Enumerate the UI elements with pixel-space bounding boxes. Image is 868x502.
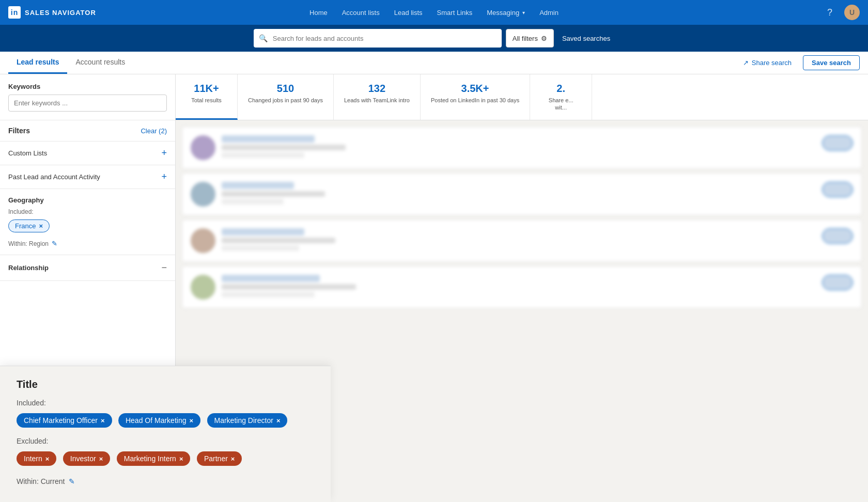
past-activity-expand-icon: +: [161, 171, 167, 182]
all-filters-label: All filters: [513, 35, 538, 42]
result-card: [182, 266, 862, 308]
custom-lists-expand-icon: +: [161, 148, 167, 159]
geography-title: Geography: [8, 196, 167, 204]
stat-shared[interactable]: 2. Share e...wit...: [530, 74, 592, 120]
stat-teamlink[interactable]: 132 Leads with TeamLink intro: [334, 74, 421, 120]
result-avatar: [191, 135, 215, 160]
nav-account-lists[interactable]: Account lists: [335, 0, 387, 25]
stat-changed-jobs-number: 510: [248, 83, 323, 95]
result-info: [222, 228, 816, 251]
filters-label: Filters: [8, 127, 30, 135]
tag-investor-remove[interactable]: ×: [99, 455, 103, 463]
within-current-label: Within: Current ✎: [17, 477, 314, 485]
stat-teamlink-label: Leads with TeamLink intro: [344, 97, 410, 104]
nav-admin[interactable]: Admin: [532, 0, 566, 25]
result-title: [222, 238, 335, 243]
stats-bar: 11K+ Total results 510 Changed jobs in p…: [176, 74, 868, 120]
result-title: [222, 191, 325, 197]
custom-lists-label: Custom Lists: [8, 149, 47, 157]
tab-lead-results[interactable]: Lead results: [8, 52, 67, 74]
stat-shared-number: 2.: [540, 83, 581, 95]
tab-account-results[interactable]: Account results: [67, 52, 133, 74]
result-card: [182, 173, 862, 215]
result-action-btn: [822, 182, 853, 197]
title-excluded-tags: Intern × Investor × Marketing Intern × P…: [17, 451, 314, 471]
sales-navigator-label: SALES NAVIGATOR: [25, 9, 96, 17]
result-info: [222, 182, 816, 205]
within-current-edit-icon[interactable]: ✎: [69, 477, 75, 485]
france-tag[interactable]: France ×: [8, 219, 50, 232]
share-icon: ↗: [743, 59, 749, 67]
tag-marketing-director[interactable]: Marketing Director ×: [207, 413, 288, 428]
france-tag-remove[interactable]: ×: [39, 222, 43, 230]
tag-head-of-marketing[interactable]: Head Of Marketing ×: [118, 413, 200, 428]
tag-marketing-director-remove[interactable]: ×: [276, 417, 281, 425]
nav-lead-lists[interactable]: Lead lists: [387, 0, 430, 25]
nav-links: Home Account lists Lead lists Smart Link…: [302, 0, 566, 25]
clear-filters-button[interactable]: Clear (2): [141, 127, 167, 135]
tag-marketing-intern[interactable]: Marketing Intern ×: [117, 451, 191, 466]
result-name: [222, 135, 315, 143]
tabs-left: Lead results Account results: [8, 52, 133, 74]
tag-chief-marketing-officer[interactable]: Chief Marketing Officer ×: [17, 413, 112, 428]
stat-changed-jobs[interactable]: 510 Changed jobs in past 90 days: [238, 74, 334, 120]
all-filters-button[interactable]: All filters ⚙: [506, 29, 554, 48]
tag-marketing-intern-remove[interactable]: ×: [179, 455, 183, 463]
result-name: [222, 228, 304, 236]
avatar[interactable]: U: [844, 5, 860, 20]
linkedin-icon: in: [8, 6, 21, 19]
stat-posted-label: Posted on LinkedIn in past 30 days: [431, 97, 519, 104]
result-title: [222, 284, 356, 290]
saved-searches-button[interactable]: Saved searches: [558, 29, 614, 48]
nav-right: ? U: [822, 4, 860, 21]
result-avatar: [191, 275, 215, 300]
messaging-dropdown-arrow: ▾: [522, 10, 525, 15]
search-input[interactable]: [273, 35, 502, 42]
stat-posted[interactable]: 3.5K+ Posted on LinkedIn in past 30 days: [421, 74, 530, 120]
result-info: [222, 135, 816, 158]
result-company: [222, 199, 284, 205]
stat-teamlink-number: 132: [344, 83, 410, 95]
keywords-input[interactable]: [8, 95, 167, 112]
search-container: 🔍: [254, 29, 502, 48]
title-included-label: Included:: [17, 399, 314, 407]
title-included-tags: Chief Marketing Officer × Head Of Market…: [17, 413, 314, 433]
results-tabs: Lead results Account results ↗ Share sea…: [0, 52, 868, 74]
result-action-btn: [822, 275, 853, 290]
save-search-button[interactable]: Save search: [803, 55, 860, 70]
title-excluded-label: Excluded:: [17, 437, 314, 445]
tag-chief-marketing-officer-remove[interactable]: ×: [101, 417, 105, 425]
tag-intern[interactable]: Intern ×: [17, 451, 56, 466]
help-button[interactable]: ?: [822, 4, 838, 21]
nav-home[interactable]: Home: [302, 0, 335, 25]
past-activity-label: Past Lead and Account Activity: [8, 173, 100, 181]
within-region-edit-icon[interactable]: ✎: [52, 240, 57, 247]
result-avatar: [191, 228, 215, 253]
relationship-section[interactable]: Relationship −: [0, 255, 175, 281]
title-section-panel: Title Included: Chief Marketing Officer …: [0, 366, 331, 502]
custom-lists-filter[interactable]: Custom Lists +: [0, 142, 175, 165]
relationship-label: Relationship: [8, 264, 49, 272]
logo-area[interactable]: in SALES NAVIGATOR: [8, 6, 96, 19]
share-search-button[interactable]: ↗ Share search: [738, 56, 797, 70]
relationship-collapse-icon: −: [161, 262, 167, 273]
tag-partner[interactable]: Partner ×: [197, 451, 242, 466]
stat-changed-jobs-label: Changed jobs in past 90 days: [248, 97, 323, 104]
top-navigation: in SALES NAVIGATOR Home Account lists Le…: [0, 0, 868, 25]
result-company: [222, 292, 315, 297]
filters-row: Filters Clear (2): [0, 120, 175, 142]
nav-messaging[interactable]: Messaging ▾: [479, 0, 532, 25]
tag-investor[interactable]: Investor ×: [63, 451, 110, 466]
tag-intern-remove[interactable]: ×: [45, 455, 50, 463]
tag-head-of-marketing-remove[interactable]: ×: [189, 417, 193, 425]
nav-smart-links[interactable]: Smart Links: [430, 0, 480, 25]
result-name: [222, 182, 294, 189]
result-card: [182, 127, 862, 169]
tag-partner-remove[interactable]: ×: [231, 455, 235, 463]
stat-total-number: 11K+: [186, 83, 227, 95]
past-activity-filter[interactable]: Past Lead and Account Activity +: [0, 165, 175, 189]
stat-total[interactable]: 11K+ Total results: [176, 74, 238, 120]
result-info: [222, 275, 816, 297]
stat-total-label: Total results: [186, 97, 227, 104]
result-name: [222, 275, 320, 282]
